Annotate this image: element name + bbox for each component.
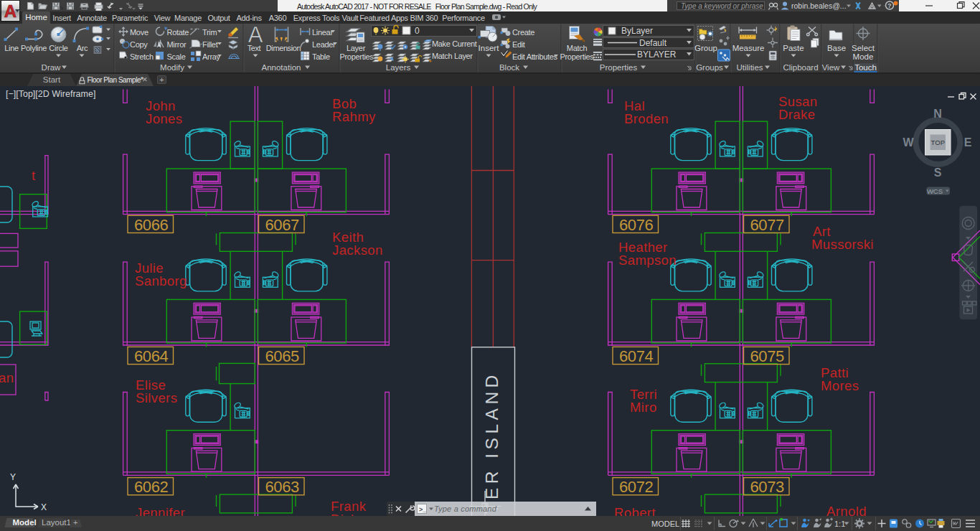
svg-text:Match Layer: Match Layer — [432, 52, 473, 60]
svg-text:Fillet: Fillet — [202, 40, 218, 49]
svg-text:Paste: Paste — [783, 44, 804, 52]
svg-text:Rahmy: Rahmy — [332, 109, 376, 124]
svg-text:Scale: Scale — [167, 52, 186, 61]
svg-text:Drake: Drake — [778, 107, 815, 122]
svg-text:Properties: Properties — [560, 52, 594, 61]
svg-text:Text: Text — [248, 44, 261, 52]
svg-text:6074: 6074 — [619, 347, 654, 365]
svg-text:Mirror: Mirror — [167, 40, 187, 49]
svg-text:6076: 6076 — [619, 216, 654, 234]
svg-text:Miro: Miro — [630, 400, 657, 415]
svg-text:Annotation: Annotation — [262, 63, 301, 72]
svg-text:6065: 6065 — [265, 347, 300, 365]
svg-text:Touch: Touch — [854, 63, 877, 72]
svg-text:Arc: Arc — [77, 44, 88, 52]
svg-text:MODEL: MODEL — [651, 520, 679, 528]
svg-text:Table: Table — [312, 52, 330, 61]
svg-text:>_: >_ — [419, 506, 427, 513]
svg-text:Clipboard: Clipboard — [783, 63, 818, 72]
svg-text:6067: 6067 — [265, 216, 300, 234]
svg-text:Mode: Mode — [853, 52, 874, 61]
svg-text:Arnold: Arnold — [826, 504, 867, 516]
svg-text:Default: Default — [639, 38, 667, 48]
svg-text:Edit: Edit — [512, 40, 525, 49]
svg-text:Make Current: Make Current — [432, 39, 477, 48]
svg-text:Stretch: Stretch — [130, 52, 154, 61]
svg-text:S: S — [934, 166, 942, 179]
svg-text:Array: Array — [202, 52, 221, 61]
svg-text:Polyline: Polyline — [21, 44, 47, 52]
svg-text:Sanborg: Sanborg — [135, 273, 187, 288]
svg-text:Type a command: Type a command — [434, 504, 497, 513]
svg-text:X: X — [41, 502, 47, 512]
svg-text:TOP: TOP — [931, 138, 945, 146]
svg-text:N: N — [933, 108, 942, 120]
svg-text:Insert: Insert — [479, 44, 500, 52]
svg-text:Model: Model — [13, 518, 37, 527]
svg-text:an: an — [0, 370, 14, 385]
svg-text:t: t — [32, 168, 36, 183]
svg-text:?: ? — [887, 2, 892, 9]
svg-text:View: View — [822, 63, 840, 72]
svg-text:6063: 6063 — [265, 478, 300, 496]
svg-text:Mores: Mores — [821, 378, 859, 393]
svg-text:Jackson: Jackson — [332, 243, 383, 258]
svg-text:6064: 6064 — [134, 347, 169, 365]
svg-text:WCS: WCS — [927, 187, 943, 195]
svg-text:Match: Match — [567, 44, 588, 52]
svg-text:6075: 6075 — [750, 347, 785, 365]
svg-text:Base: Base — [827, 44, 846, 52]
svg-text:6077: 6077 — [750, 216, 785, 234]
svg-text:Group: Group — [694, 44, 717, 52]
svg-text:ByLayer: ByLayer — [621, 26, 653, 36]
svg-text:Edit Attributes: Edit Attributes — [512, 52, 557, 61]
svg-text:Utilities: Utilities — [736, 63, 763, 72]
svg-text:Jennifer: Jennifer — [136, 505, 185, 516]
svg-text:6062: 6062 — [134, 478, 169, 496]
svg-text:Layer: Layer — [347, 44, 366, 52]
svg-text:Layers: Layers — [386, 63, 411, 72]
svg-text:Layout1: Layout1 — [42, 518, 71, 527]
svg-text:Move: Move — [130, 28, 149, 37]
svg-text:Linear: Linear — [312, 28, 333, 37]
svg-text:Broden: Broden — [624, 111, 669, 126]
svg-text:1:1: 1:1 — [834, 520, 845, 528]
svg-text:Select: Select — [852, 44, 875, 52]
svg-text:Create: Create — [512, 28, 534, 37]
svg-text:Line: Line — [4, 44, 19, 52]
svg-text:0: 0 — [415, 26, 420, 36]
svg-text:Measure: Measure — [732, 44, 765, 52]
svg-text:Draw: Draw — [42, 63, 62, 72]
svg-text:Robert: Robert — [614, 505, 656, 516]
svg-text:Mussorski: Mussorski — [811, 237, 874, 252]
svg-text:+: + — [73, 518, 77, 527]
svg-text:Block: Block — [499, 63, 519, 72]
svg-text:6073: 6073 — [750, 478, 785, 496]
svg-text:Trim: Trim — [202, 28, 217, 37]
svg-text:6066: 6066 — [134, 216, 169, 234]
svg-text:E: E — [964, 136, 972, 149]
svg-text:robin.beales@...: robin.beales@... — [791, 1, 847, 10]
svg-text:Dimension: Dimension — [266, 44, 301, 52]
svg-text:Rotate: Rotate — [167, 28, 189, 37]
svg-text:Y: Y — [10, 472, 16, 482]
svg-text:Circle: Circle — [49, 44, 67, 52]
svg-text:Copy: Copy — [130, 40, 148, 49]
svg-text:BYLAYER: BYLAYER — [637, 50, 677, 60]
svg-text:[−][Top][2D Wireframe]: [−][Top][2D Wireframe] — [6, 89, 95, 99]
svg-text:Groups: Groups — [696, 63, 723, 72]
svg-text:W: W — [903, 136, 914, 149]
svg-text:Jones: Jones — [146, 111, 182, 126]
svg-text:Properties: Properties — [600, 63, 638, 72]
svg-text:Sampson: Sampson — [618, 253, 677, 268]
svg-text:6072: 6072 — [619, 478, 654, 496]
svg-text:Leader: Leader — [312, 40, 336, 49]
svg-text:Modify: Modify — [160, 63, 184, 72]
svg-text:Silvers: Silvers — [136, 390, 177, 405]
svg-text:Properties: Properties — [339, 52, 374, 61]
